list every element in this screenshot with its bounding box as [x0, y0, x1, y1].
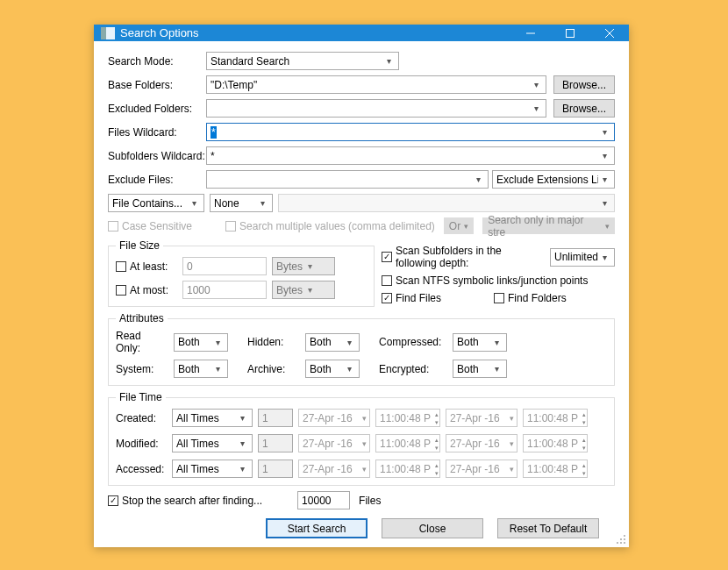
created-mode-combo[interactable]: All Times▾ [172, 409, 253, 427]
chevron-down-icon: ▾ [236, 438, 248, 448]
chevron-down-icon: ▾ [598, 127, 610, 137]
excluded-folders-combo[interactable]: ▾ [206, 99, 546, 118]
created-time2[interactable]: 11:00:48 P▴▾ [523, 409, 588, 427]
system-combo[interactable]: Both▾ [174, 360, 228, 378]
hidden-label: Hidden: [247, 336, 298, 348]
created-date2[interactable]: 27-Apr -16▾ [446, 409, 517, 427]
or-combo[interactable]: Or▾ [444, 217, 474, 234]
chevron-down-icon: ▾ [464, 222, 468, 231]
accessed-date2[interactable]: 27-Apr -16▾ [446, 460, 517, 478]
titlebar[interactable]: Search Options [94, 25, 629, 41]
chevron-down-icon: ▾ [308, 261, 312, 271]
accessed-time1[interactable]: 11:00:48 P▴▾ [375, 460, 440, 478]
stop-after-checkbox[interactable]: Stop the search after finding... [108, 495, 262, 507]
modified-time1[interactable]: 11:00:48 P▴▾ [375, 434, 440, 452]
at-most-checkbox[interactable]: At most: [116, 284, 177, 296]
chevron-down-icon: ▾ [211, 338, 224, 347]
excluded-folders-label: Excluded Folders: [108, 103, 206, 115]
find-files-checkbox[interactable]: Find Files [382, 292, 441, 304]
encrypted-label: Encrypted: [379, 363, 446, 375]
file-contains-type-combo[interactable]: None▾ [210, 194, 273, 212]
file-contains-value-combo[interactable]: ▾ [278, 194, 615, 212]
search-mode-label: Search Mode: [108, 55, 206, 68]
close-button[interactable] [589, 25, 629, 41]
at-least-input[interactable]: 0 [182, 257, 267, 275]
chevron-down-icon: ▾ [256, 198, 268, 208]
chevron-down-icon: ▾ [530, 103, 542, 113]
file-contains-combo[interactable]: File Contains...▾ [108, 194, 204, 212]
created-date1[interactable]: 27-Apr -16▾ [298, 409, 370, 427]
subfolders-wildcard-combo[interactable]: *▾ [206, 146, 615, 165]
exclude-ext-list-combo[interactable]: Exclude Extensions List▾ [492, 170, 615, 189]
encrypted-combo[interactable]: Both▾ [453, 360, 507, 378]
start-search-button[interactable]: Start Search [266, 518, 368, 538]
at-least-checkbox[interactable]: At least: [116, 260, 177, 273]
chevron-down-icon: ▾ [598, 175, 610, 184]
archive-combo[interactable]: Both▾ [305, 360, 360, 378]
accessed-mode-combo[interactable]: All Times▾ [172, 460, 253, 478]
chevron-down-icon: ▾ [598, 151, 610, 160]
search-multiple-checkbox[interactable]: Search multiple values (comma delimited) [225, 220, 435, 232]
svg-rect-8 [624, 538, 625, 540]
modified-date1[interactable]: 27-Apr -16▾ [298, 434, 370, 452]
svg-rect-6 [624, 535, 625, 537]
svg-rect-10 [620, 542, 622, 544]
exclude-files-label: Exclude Files: [108, 174, 206, 186]
at-most-unit-combo[interactable]: Bytes▾ [272, 281, 335, 299]
at-most-input[interactable]: 1000 [182, 281, 267, 299]
stop-after-input[interactable]: 10000 [297, 491, 350, 509]
chevron-down-icon: ▾ [490, 338, 503, 347]
base-folders-label: Base Folders: [108, 79, 206, 91]
reset-default-button[interactable]: Reset To Default [497, 518, 599, 538]
modified-mode-combo[interactable]: All Times▾ [172, 434, 253, 452]
browse-base-button[interactable]: Browse... [553, 75, 615, 94]
compressed-label: Compressed: [379, 336, 446, 348]
modified-num-input[interactable]: 1 [258, 434, 293, 452]
maximize-button[interactable] [550, 25, 589, 41]
find-folders-checkbox[interactable]: Find Folders [494, 292, 567, 304]
base-folders-combo[interactable]: "D:\Temp"▾ [206, 75, 546, 94]
search-mode-combo[interactable]: Standard Search▾ [206, 52, 399, 70]
at-least-unit-combo[interactable]: Bytes▾ [272, 257, 335, 275]
modified-label: Modified: [116, 438, 167, 450]
svg-rect-1 [101, 27, 106, 39]
readonly-combo[interactable]: Both▾ [174, 333, 228, 352]
readonly-label: Read Only: [116, 330, 167, 354]
chevron-down-icon: ▾ [360, 414, 369, 423]
close-dialog-button[interactable]: Close [382, 518, 483, 538]
browse-excluded-button[interactable]: Browse... [553, 99, 615, 118]
archive-label: Archive: [247, 363, 298, 375]
chevron-down-icon: ▾ [360, 465, 369, 474]
files-label: Files [359, 495, 381, 507]
case-sensitive-checkbox[interactable]: Case Sensitive [108, 220, 192, 232]
chevron-down-icon: ▾ [507, 439, 517, 448]
accessed-time2[interactable]: 11:00:48 P▴▾ [523, 460, 588, 478]
exclude-files-combo[interactable]: ▾ [206, 170, 489, 189]
files-wildcard-combo[interactable]: *▾ [206, 123, 615, 141]
search-major-streams-combo[interactable]: Search only in major stre▾ [482, 217, 615, 234]
modified-date2[interactable]: 27-Apr -16▾ [446, 434, 517, 452]
scan-subfolders-checkbox[interactable]: Scan Subfolders in the following depth: [382, 245, 545, 269]
file-size-legend: File Size [116, 239, 163, 252]
modified-time2[interactable]: 11:00:48 P▴▾ [523, 434, 588, 452]
created-label: Created: [116, 412, 167, 424]
chevron-down-icon: ▾ [472, 175, 484, 184]
svg-rect-9 [617, 542, 618, 544]
chevron-down-icon: ▾ [507, 465, 517, 474]
chevron-down-icon: ▾ [360, 439, 369, 448]
accessed-date1[interactable]: 27-Apr -16▾ [298, 460, 370, 478]
system-label: System: [116, 363, 167, 375]
chevron-down-icon: ▾ [530, 80, 542, 89]
depth-combo[interactable]: Unlimited▾ [550, 248, 615, 267]
file-time-legend: File Time [116, 391, 166, 403]
minimize-button[interactable] [510, 25, 550, 41]
resize-grip-icon[interactable] [617, 535, 627, 545]
app-icon [101, 27, 115, 39]
accessed-num-input[interactable]: 1 [258, 460, 293, 478]
svg-rect-7 [620, 538, 622, 540]
hidden-combo[interactable]: Both▾ [305, 333, 360, 352]
created-num-input[interactable]: 1 [258, 409, 293, 427]
compressed-combo[interactable]: Both▾ [453, 333, 507, 352]
scan-ntfs-checkbox[interactable]: Scan NTFS symbolic links/junction points [382, 274, 615, 287]
created-time1[interactable]: 11:00:48 P▴▾ [375, 409, 440, 427]
